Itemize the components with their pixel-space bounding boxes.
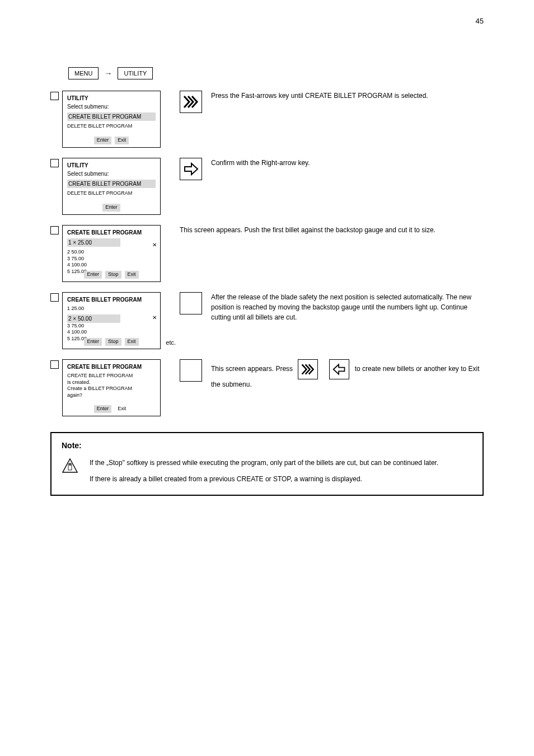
screen-line: CREATE BILLET PROGRAM (67, 373, 156, 379)
screen-highlight-line: 1 × 25.00 (67, 238, 120, 247)
screen-title: CREATE BILLET PROGRAM (67, 296, 156, 303)
screen-highlight-line: CREATE BILLET PROGRAM (67, 112, 156, 121)
screen-line: 4 100.00 (67, 329, 156, 336)
checkbox-icon (50, 360, 59, 369)
softkey: Stop (105, 338, 121, 346)
screen-line: 4 100.00 (67, 262, 156, 269)
step-text: Confirm with the Right-arrow key. (211, 158, 484, 168)
screen-softkeys: Enter Stop Exit (63, 338, 160, 346)
checkbox-icon (50, 92, 59, 100)
screen-title: CREATE BILLET PROGRAM (67, 363, 156, 370)
step-text: This screen appears. Press (211, 359, 484, 389)
screen-line: 2 50.00 (67, 249, 156, 256)
checkbox-icon (50, 159, 59, 167)
screen-mock: CREATE BILLET PROGRAM CREATE BILLET PROG… (62, 359, 161, 416)
etc-label: etc. (166, 339, 176, 346)
checkbox-icon (50, 293, 59, 302)
step-text: Press the Fast-arrows key until CREATE B… (211, 91, 484, 101)
screen-softkeys: Enter Exit (63, 405, 160, 413)
hand-warning-icon (62, 458, 78, 473)
softkey: Enter (84, 271, 102, 279)
screen-line: 1 25.00 (67, 306, 156, 312)
softkey: Enter (84, 338, 102, 346)
screen-line: is created. (67, 379, 156, 386)
screen-title: CREATE BILLET PROGRAM (67, 229, 156, 236)
screen-subtitle: Select submenu: (67, 103, 156, 110)
screen-highlight-line: 2 × 50.00 (67, 314, 120, 323)
screen-line: 3 75.00 (67, 256, 156, 262)
breadcrumb-utility: UTILITY (118, 67, 153, 79)
note-line: If there is already a billet created fro… (90, 474, 438, 485)
step-row: UTILITY Select submenu: CREATE BILLET PR… (50, 158, 484, 215)
screen-line: Create a BILLET PROGRAM (67, 386, 156, 392)
blank-key-icon (180, 359, 202, 382)
softkey: Exit (125, 338, 139, 346)
checkbox-icon (50, 226, 59, 234)
screen-title: UTILITY (67, 162, 156, 169)
screen-mock: UTILITY Select submenu: CREATE BILLET PR… (62, 91, 161, 148)
x-mark-icon: ✕ (152, 314, 157, 321)
step-row: CREATE BILLET PROGRAM 1 25.00 2 × 50.00 … (50, 292, 484, 349)
fast-arrows-icon (180, 91, 202, 113)
breadcrumb: MENU → UTILITY (68, 67, 484, 79)
screen-title: UTILITY (67, 95, 156, 102)
steps-list: UTILITY Select submenu: CREATE BILLET PR… (50, 91, 484, 416)
left-arrow-icon (329, 359, 349, 379)
screen-line: again? (67, 392, 156, 399)
step-description: This screen appears. Press (180, 359, 484, 389)
step-description: Confirm with the Right-arrow key. (180, 158, 484, 180)
softkey: Exit (115, 405, 129, 413)
screen-softkeys: Enter (63, 204, 160, 212)
softkey: Enter (94, 405, 112, 413)
softkey: Stop (105, 271, 121, 279)
softkey: Exit (125, 271, 139, 279)
softkey: Exit (115, 137, 129, 144)
screen-subtitle: Select submenu: (67, 170, 156, 177)
screen-mock: UTILITY Select submenu: CREATE BILLET PR… (62, 158, 161, 215)
note-box: Note: If the „Stop" softkey is pressed w… (50, 432, 484, 496)
screen-highlight-line: CREATE BILLET PROGRAM (67, 180, 156, 188)
step-text: This screen appears. Push the first bill… (180, 225, 484, 235)
note-title: Note: (62, 441, 472, 450)
breadcrumb-arrow-icon: → (104, 69, 112, 78)
screen-softkeys: Enter Exit (63, 137, 160, 144)
step-text: After the release of the blade safety th… (211, 292, 484, 322)
step-description: Press the Fast-arrows key until CREATE B… (180, 91, 484, 113)
softkey: Enter (94, 137, 112, 144)
note-line: If the „Stop" softkey is pressed while e… (90, 458, 438, 468)
screen-line: DELETE BILLET PROGRAM (67, 190, 156, 197)
screen-mock: CREATE BILLET PROGRAM 1 25.00 2 × 50.00 … (62, 292, 161, 349)
right-arrow-icon (180, 158, 202, 180)
step-row: UTILITY Select submenu: CREATE BILLET PR… (50, 91, 484, 148)
softkey: Enter (102, 204, 120, 212)
screen-mock: CREATE BILLET PROGRAM 1 × 25.00 2 50.00 … (62, 225, 161, 282)
screen-softkeys: Enter Stop Exit (63, 271, 160, 279)
step-text-pre: This screen appears. Press (211, 365, 294, 373)
blank-key-icon (180, 292, 202, 314)
step-row: CREATE BILLET PROGRAM 1 × 25.00 2 50.00 … (50, 225, 484, 282)
breadcrumb-menu: MENU (68, 67, 99, 79)
step-description: This screen appears. Push the first bill… (180, 225, 484, 235)
screen-line: 3 75.00 (67, 323, 156, 330)
page-number: 45 (476, 17, 484, 25)
x-mark-icon: ✕ (152, 241, 157, 248)
note-text: If the „Stop" softkey is pressed while e… (90, 458, 438, 485)
fast-arrows-icon (298, 359, 318, 379)
screen-line: DELETE BILLET PROGRAM (67, 123, 156, 130)
step-row: CREATE BILLET PROGRAM CREATE BILLET PROG… (50, 359, 484, 416)
step-description: After the release of the blade safety th… (180, 292, 484, 322)
